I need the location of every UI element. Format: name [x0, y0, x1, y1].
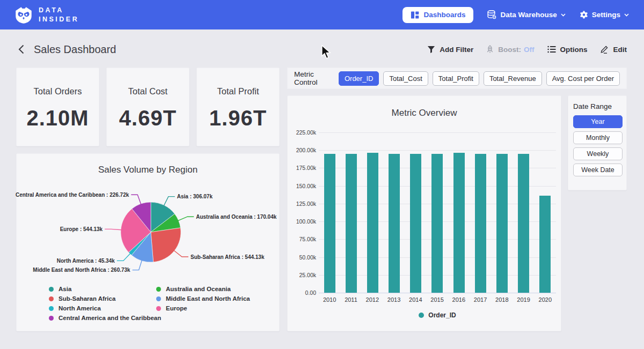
y-axis-tick: 200.00k	[296, 147, 316, 153]
bar-2014[interactable]	[410, 154, 421, 293]
bar-2017[interactable]	[475, 154, 486, 293]
rocket-icon	[486, 45, 494, 54]
kpi-label: Total Orders	[17, 86, 99, 96]
pie-leader-line	[117, 254, 130, 261]
metric-control-buttons: Order_IDTotal_CostTotal_ProfitTotal_Reve…	[339, 71, 620, 86]
y-axis-tick: 50.00k	[296, 254, 316, 261]
date-range-button-monthly[interactable]: Monthly	[573, 131, 623, 144]
pie-label-sub-saharan-africa: Sub-Saharan Africa : 544.13k	[191, 254, 265, 260]
x-axis-label: 2017	[474, 296, 487, 303]
legend-label: Central America and the Caribbean	[58, 315, 161, 321]
metric-overview-card: Metric Overview 225.00k200.00k175.00k150…	[287, 95, 561, 331]
legend-item-middle-east-and-north-africa[interactable]: Middle East and North Africa	[156, 295, 250, 302]
metric-button-total-revenue[interactable]: Total_Revenue	[484, 71, 542, 86]
legend-label: Europe	[166, 305, 187, 311]
date-range-button-week-date[interactable]: Week Date	[573, 164, 623, 176]
gear-icon	[580, 11, 588, 19]
pie-label-north-america: North America : 45.34k	[57, 258, 115, 264]
bar-chart-title: Metric Overview	[288, 108, 561, 118]
kpi-value: 4.69T	[107, 106, 189, 130]
page-title: Sales Dashboard	[34, 43, 116, 56]
pie-label-central-america-and-the-caribbean: Central America and the Caribbean : 226.…	[16, 192, 129, 198]
bar-2019[interactable]	[518, 154, 529, 293]
pie-slice-sub-saharan-africa[interactable]	[151, 228, 181, 262]
pie-label-europe: Europe : 544.13k	[60, 226, 103, 232]
legend-item-europe[interactable]: Europe	[156, 305, 250, 311]
boost-toggle[interactable]: Boost: Off	[486, 45, 534, 54]
legend-item-north-america[interactable]: North America	[49, 305, 156, 311]
y-axis-tick: 75.00k	[296, 236, 316, 242]
dashboard-grid-icon	[411, 11, 419, 19]
dashboards-button[interactable]: Dashboards	[402, 7, 473, 23]
kpi-card-total-profit: Total Profit 1.96T	[196, 68, 280, 146]
bar-chart-x-axis: 2010201120122013201420152016201720182019…	[319, 296, 556, 303]
list-icon	[547, 46, 556, 53]
date-range-button-weekly[interactable]: Weekly	[573, 147, 623, 160]
metric-button-total-cost[interactable]: Total_Cost	[383, 71, 428, 86]
legend-dot	[156, 296, 161, 301]
brand-logo[interactable]: DATA INSIDER	[15, 6, 79, 24]
date-range-card: Date Range YearMonthlyWeeklyWeek Date	[568, 95, 627, 190]
back-button[interactable]	[17, 43, 25, 55]
bar-2010[interactable]	[324, 154, 335, 293]
x-axis-label: 2014	[409, 296, 422, 303]
y-axis-tick: 25.00k	[296, 272, 316, 278]
chevron-left-icon	[18, 44, 24, 54]
kpi-card-total-cost: Total Cost 4.69T	[106, 68, 189, 146]
options-button[interactable]: Options	[547, 46, 588, 54]
bar-2011[interactable]	[346, 154, 357, 293]
bar-2018[interactable]	[496, 154, 508, 293]
settings-menu[interactable]: Settings	[580, 11, 629, 19]
pie-label-middle-east-and-north-africa: Middle East and North Africa : 260.73k	[33, 267, 130, 273]
legend-dot	[156, 287, 161, 292]
legend-item-australia-and-oceania[interactable]: Australia and Oceania	[156, 286, 250, 292]
bar-2013[interactable]	[389, 154, 400, 293]
bar-2015[interactable]	[431, 154, 443, 293]
kpi-value: 1.96T	[197, 106, 279, 130]
metric-button-total-profit[interactable]: Total_Profit	[433, 71, 479, 86]
legend-label: North America	[58, 305, 101, 311]
add-filter-label: Add Filter	[440, 46, 473, 54]
y-axis-tick: 225.00k	[296, 129, 316, 136]
metric-control-label: Metric Control	[294, 70, 332, 86]
database-icon	[487, 10, 496, 19]
chevron-down-icon	[624, 13, 629, 17]
edit-button[interactable]: Edit	[601, 45, 627, 54]
pie-leader-line	[105, 229, 121, 229]
date-range-button-year[interactable]: Year	[573, 115, 623, 128]
bar-chart-legend[interactable]: Order_ID	[319, 311, 556, 319]
legend-dot	[156, 306, 161, 311]
x-axis-label: 2015	[430, 296, 443, 303]
kpi-label: Total Profit	[197, 86, 279, 96]
legend-dot	[49, 316, 54, 321]
legend-item-sub-saharan-africa[interactable]: Sub-Saharan Africa	[49, 295, 156, 302]
legend-label: Asia	[58, 286, 71, 292]
sales-volume-card: Sales Volume by Region Asia : 306.07kAus…	[16, 153, 280, 331]
y-axis-tick: 100.00k	[296, 218, 316, 225]
bar-2020[interactable]	[539, 196, 551, 293]
page-header: Sales Dashboard Add Filter Boost: Off	[0, 39, 644, 60]
filter-icon	[427, 46, 435, 54]
y-axis-tick: 0.00	[296, 289, 316, 296]
legend-dot	[49, 296, 54, 301]
pie-label-australia-and-oceania: Australia and Oceania : 170.04k	[196, 214, 277, 220]
pie-leader-line	[164, 197, 175, 206]
date-range-label: Date Range	[573, 102, 621, 110]
owl-logo-icon	[15, 6, 32, 24]
bar-2016[interactable]	[453, 153, 465, 293]
pie-label-asia: Asia : 306.07k	[177, 194, 213, 199]
add-filter-button[interactable]: Add Filter	[427, 46, 473, 54]
metric-button-avg-cost-per-order[interactable]: Avg. Cost per Order	[546, 71, 620, 86]
brand-line1: DATA	[39, 6, 79, 15]
metric-button-order-id[interactable]: Order_ID	[339, 71, 379, 86]
data-warehouse-menu[interactable]: Data Warehouse	[487, 10, 565, 19]
kpi-label: Total Cost	[107, 86, 189, 96]
legend-item-central-america-and-the-caribbean[interactable]: Central America and the Caribbean	[49, 315, 156, 321]
metric-control-bar: Metric Control Order_IDTotal_CostTotal_P…	[287, 68, 627, 89]
dashboards-label: Dashboards	[423, 11, 465, 19]
pie-leader-line	[174, 250, 188, 257]
legend-item-asia[interactable]: Asia	[49, 286, 156, 292]
bar-chart-plot: 225.00k200.00k175.00k150.00k125.00k100.0…	[296, 132, 556, 293]
bar-2012[interactable]	[367, 153, 378, 293]
settings-label: Settings	[592, 11, 620, 19]
